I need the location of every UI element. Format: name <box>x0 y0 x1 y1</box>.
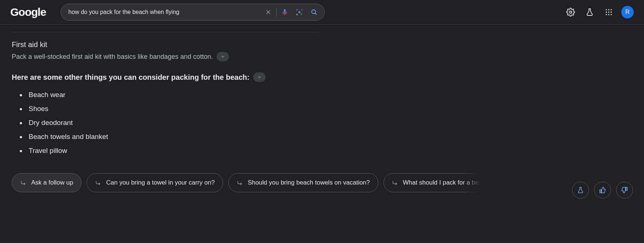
svg-point-9 <box>611 9 612 10</box>
clear-icon[interactable] <box>261 5 276 19</box>
list-item: Dry deodorant <box>26 119 319 127</box>
divider <box>12 32 319 32</box>
reply-arrow-icon <box>392 179 399 186</box>
svg-point-13 <box>606 14 607 15</box>
apps-icon[interactable] <box>601 5 616 19</box>
suggestion-chip[interactable]: Should you bring beach towels on vacatio… <box>228 173 378 192</box>
list-item: Shoes <box>26 105 319 113</box>
section-title: First aid kit <box>12 40 319 49</box>
chip-label: Should you bring beach towels on vacatio… <box>248 179 370 186</box>
reply-arrow-icon <box>95 179 102 186</box>
svg-point-10 <box>606 11 607 12</box>
result-content: First aid kit Pack a well-stocked first … <box>0 25 330 155</box>
labs-feedback-button[interactable] <box>572 182 589 199</box>
list-item: Beach wear <box>26 91 319 99</box>
ask-follow-up-chip[interactable]: Ask a follow up <box>12 173 81 192</box>
voice-search-icon[interactable] <box>277 5 292 19</box>
packing-list: Beach wear Shoes Dry deodorant Beach tow… <box>12 91 319 155</box>
followup-chip-row: Ask a follow up Can you bring a towel in… <box>0 173 484 192</box>
feedback-buttons <box>567 182 633 199</box>
google-logo[interactable]: Google <box>10 6 46 18</box>
svg-point-15 <box>611 14 612 15</box>
chip-label: Can you bring a towel in your carry on? <box>106 179 215 186</box>
search-icon[interactable] <box>307 5 321 19</box>
suggestion-chip[interactable]: Can you bring a towel in your carry on? <box>87 173 223 192</box>
section-desc-row: Pack a well-stocked first aid kit with b… <box>12 52 319 61</box>
thumbs-down-button[interactable] <box>616 182 633 199</box>
chip-label: What should I pack for a beach vacation <box>403 179 484 186</box>
lens-search-icon[interactable] <box>292 5 307 19</box>
svg-point-12 <box>611 11 612 12</box>
subheading: Here are some other things you can consi… <box>12 73 250 82</box>
expand-section-button[interactable] <box>217 52 229 61</box>
list-item: Beach towels and blanket <box>26 133 319 141</box>
settings-icon[interactable] <box>563 5 578 19</box>
account-avatar[interactable]: R <box>621 6 634 18</box>
search-input[interactable] <box>68 9 261 15</box>
svg-point-14 <box>608 14 609 15</box>
svg-point-7 <box>606 9 607 10</box>
suggestion-chip[interactable]: What should I pack for a beach vacation <box>383 173 484 192</box>
search-divider <box>276 7 277 17</box>
thumbs-up-button[interactable] <box>594 182 611 199</box>
svg-point-8 <box>608 9 609 10</box>
svg-point-2 <box>298 11 301 13</box>
list-item: Travel pillow <box>26 147 319 155</box>
expand-subheading-button[interactable] <box>253 72 266 82</box>
svg-point-6 <box>570 11 572 13</box>
chip-label: Ask a follow up <box>31 179 73 186</box>
labs-icon[interactable] <box>582 5 597 19</box>
search-bar[interactable] <box>61 4 325 21</box>
section-desc: Pack a well-stocked first aid kit with b… <box>12 53 213 61</box>
subheading-row: Here are some other things you can consi… <box>12 72 319 82</box>
svg-point-11 <box>608 11 609 12</box>
svg-line-5 <box>315 13 317 15</box>
svg-point-4 <box>312 10 316 14</box>
header-bar: Google R <box>0 0 644 25</box>
svg-point-3 <box>301 14 302 15</box>
reply-arrow-icon <box>237 179 243 186</box>
reply-arrow-icon <box>20 179 27 186</box>
